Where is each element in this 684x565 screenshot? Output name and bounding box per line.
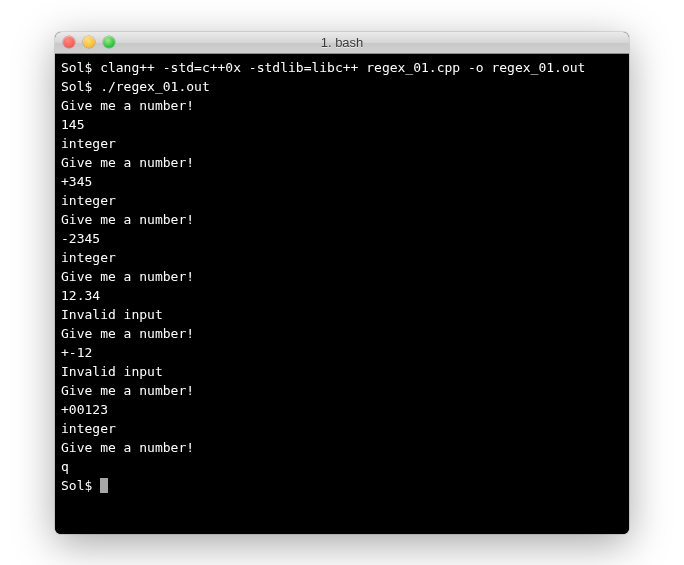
terminal-line: q xyxy=(61,457,623,476)
terminal-line: Give me a number! xyxy=(61,267,623,286)
terminal-line: Sol$ ./regex_01.out xyxy=(61,77,623,96)
terminal-window: 1. bash Sol$ clang++ -std=c++0x -stdlib=… xyxy=(55,32,629,534)
terminal-line: Invalid input xyxy=(61,362,623,381)
terminal-line: integer xyxy=(61,134,623,153)
terminal-line: +345 xyxy=(61,172,623,191)
terminal-line: +00123 xyxy=(61,400,623,419)
terminal-line: 145 xyxy=(61,115,623,134)
maximize-icon[interactable] xyxy=(103,36,115,48)
shell-prompt: Sol$ xyxy=(61,478,100,493)
terminal-line: Give me a number! xyxy=(61,381,623,400)
traffic-lights xyxy=(63,36,115,48)
minimize-icon[interactable] xyxy=(83,36,95,48)
terminal-line: Give me a number! xyxy=(61,153,623,172)
cursor xyxy=(100,478,108,493)
terminal-output[interactable]: Sol$ clang++ -std=c++0x -stdlib=libc++ r… xyxy=(55,54,629,534)
close-icon[interactable] xyxy=(63,36,75,48)
terminal-line: Give me a number! xyxy=(61,210,623,229)
terminal-line: -2345 xyxy=(61,229,623,248)
terminal-line: +-12 xyxy=(61,343,623,362)
window-titlebar[interactable]: 1. bash xyxy=(55,32,629,54)
terminal-line: Invalid input xyxy=(61,305,623,324)
terminal-line: Give me a number! xyxy=(61,324,623,343)
terminal-line: integer xyxy=(61,419,623,438)
terminal-line: Sol$ clang++ -std=c++0x -stdlib=libc++ r… xyxy=(61,58,623,77)
terminal-line: Give me a number! xyxy=(61,438,623,457)
terminal-line: integer xyxy=(61,248,623,267)
prompt-line: Sol$ xyxy=(61,476,623,495)
terminal-line: 12.34 xyxy=(61,286,623,305)
window-title: 1. bash xyxy=(55,35,629,50)
terminal-line: integer xyxy=(61,191,623,210)
terminal-line: Give me a number! xyxy=(61,96,623,115)
